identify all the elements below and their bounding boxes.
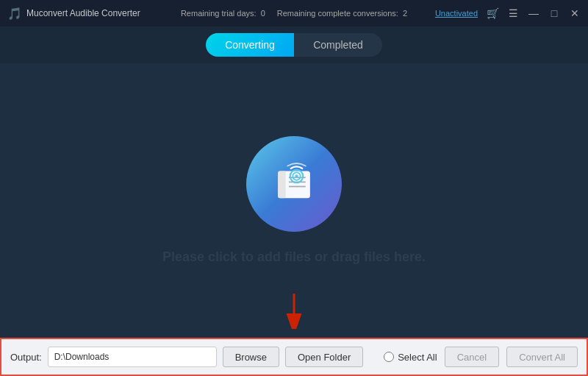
drop-message: Please click to add files or drag files … bbox=[162, 249, 426, 265]
bottom-bar: Output: Browse Open Folder Select All Ca… bbox=[0, 338, 588, 376]
open-folder-button[interactable]: Open Folder bbox=[285, 347, 363, 367]
trial-info: Remaining trial days: 0 Remaining comple… bbox=[181, 9, 407, 18]
unactivated-link[interactable]: Unactivated bbox=[435, 9, 478, 18]
app-logo: 🎵 bbox=[7, 7, 22, 21]
svg-rect-1 bbox=[278, 171, 286, 199]
title-bar: 🎵 Muconvert Audible Converter Remaining … bbox=[0, 0, 588, 26]
tabs-bar: Converting Completed bbox=[0, 26, 588, 63]
output-path-input[interactable] bbox=[48, 347, 217, 367]
trial-days: Remaining trial days: 0 bbox=[181, 9, 265, 18]
trial-conversions: Remaining complete conversions: 2 bbox=[277, 9, 407, 18]
tab-completed[interactable]: Completed bbox=[294, 33, 382, 57]
browse-button[interactable]: Browse bbox=[223, 347, 279, 367]
select-all-label: Select All bbox=[398, 352, 437, 363]
arrow-icon bbox=[282, 292, 306, 332]
book-icon bbox=[268, 158, 320, 210]
cancel-button: Cancel bbox=[445, 347, 499, 367]
select-all-container: Select All bbox=[384, 352, 437, 363]
menu-icon[interactable]: ☰ bbox=[507, 8, 519, 18]
right-controls: Select All Cancel Convert All bbox=[384, 347, 578, 367]
tab-converting[interactable]: Converting bbox=[206, 33, 294, 57]
minimize-button[interactable]: — bbox=[528, 8, 539, 18]
select-all-radio[interactable] bbox=[384, 352, 394, 362]
app-title: Muconvert Audible Converter bbox=[26, 8, 140, 18]
drop-zone[interactable]: Please click to add files or drag files … bbox=[0, 63, 588, 338]
window-controls: Unactivated 🛒 ☰ — □ ✕ bbox=[435, 8, 581, 18]
svg-point-7 bbox=[295, 174, 298, 177]
close-button[interactable]: ✕ bbox=[569, 8, 581, 18]
app-icon-circle bbox=[246, 136, 342, 232]
maximize-button[interactable]: □ bbox=[548, 8, 560, 18]
output-label: Output: bbox=[10, 352, 42, 363]
convert-all-button: Convert All bbox=[506, 347, 578, 367]
cart-icon[interactable]: 🛒 bbox=[487, 8, 498, 18]
